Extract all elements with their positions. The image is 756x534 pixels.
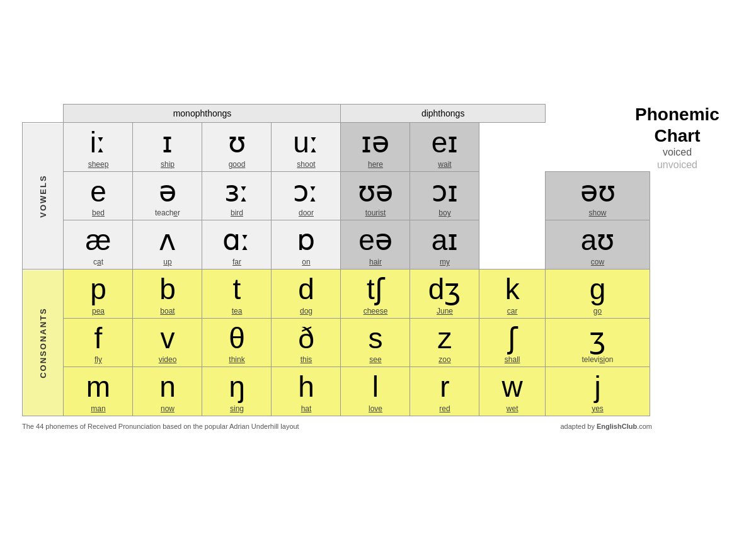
- phoneme-cell-ei: eɪ wait: [410, 123, 479, 172]
- symbol-ae: æ: [65, 224, 131, 256]
- symbol-u: uː: [273, 127, 339, 159]
- word-wait: wait: [411, 160, 478, 169]
- phoneme-cell-n: n now: [133, 367, 202, 416]
- symbol-z: z: [411, 322, 478, 355]
- main-container: Phonemic Chart voiced unvoiced monophtho…: [22, 104, 734, 430]
- symbol-d: d: [273, 273, 339, 305]
- word-pea: pea: [65, 307, 131, 315]
- phoneme-cell-schwa: ə teacher: [133, 171, 202, 220]
- phoneme-cell-l: l love: [341, 367, 410, 416]
- symbol-ng: ŋ: [203, 371, 270, 403]
- word-love: love: [342, 404, 408, 413]
- footer: The 44 phonemes of Received Pronunciatio…: [22, 423, 652, 430]
- phoneme-cell-ai: aɪ my: [410, 220, 479, 270]
- word-sheep: sheep: [65, 160, 131, 169]
- phoneme-cell-on: ɒ on: [272, 220, 341, 270]
- word-good: good: [203, 160, 270, 169]
- word-on: on: [273, 258, 339, 266]
- englishclub-brand: EnglishClub: [597, 423, 637, 430]
- symbol-ar: ɑː: [203, 224, 270, 256]
- symbol-ei: eɪ: [411, 127, 478, 159]
- symbol-zh: ʒ: [547, 322, 648, 355]
- symbol-ai: aɪ: [411, 224, 478, 256]
- symbol-j: j: [547, 371, 648, 403]
- symbol-on: ɒ: [273, 224, 339, 256]
- symbol-h: h: [273, 371, 339, 403]
- symbol-g: g: [547, 273, 648, 305]
- phoneme-cell-u: uː shoot: [272, 123, 341, 172]
- symbol-th: θ: [203, 322, 270, 355]
- phoneme-cell-or: ɔː door: [272, 171, 341, 220]
- symbol-uu: ʊ: [203, 127, 270, 159]
- voiced-label: voiced: [621, 146, 734, 158]
- symbol-up: ʌ: [134, 224, 200, 256]
- word-bed: bed: [65, 208, 131, 217]
- symbol-p: p: [65, 273, 131, 305]
- phoneme-cell-r: r red: [410, 367, 479, 416]
- symbol-s: s: [342, 322, 408, 355]
- phoneme-cell-f: f fly: [64, 318, 133, 367]
- phoneme-cell-h: h hat: [272, 367, 341, 416]
- symbol-l: l: [342, 371, 408, 403]
- word-cow: cow: [547, 258, 648, 266]
- phoneme-cell-m: m man: [64, 367, 133, 416]
- symbol-m: m: [65, 371, 131, 403]
- symbol-dzh: dʒ: [411, 273, 478, 305]
- symbol-r: r: [411, 371, 478, 403]
- diphthongs-header: diphthongs: [341, 105, 545, 123]
- symbol-n: n: [134, 371, 200, 403]
- phoneme-cell-e: e bed: [64, 171, 133, 220]
- phoneme-cell-ie: ɪə here: [341, 123, 410, 172]
- phoneme-cell-g: g go: [545, 270, 650, 319]
- word-here: here: [342, 160, 408, 169]
- word-hat: hat: [273, 404, 339, 413]
- word-my: my: [411, 258, 478, 266]
- phoneme-cell-dzh: dʒ June: [410, 270, 479, 319]
- word-bird: bird: [203, 208, 270, 217]
- word-television: television: [547, 355, 648, 364]
- word-wet: wet: [481, 404, 543, 413]
- symbol-f: f: [65, 322, 131, 355]
- phoneme-cell-p: p pea: [64, 270, 133, 319]
- phoneme-cell-ng: ŋ sing: [202, 367, 272, 416]
- word-fly: fly: [65, 355, 131, 364]
- phoneme-cell-up: ʌ up: [133, 220, 202, 270]
- phoneme-cell-j: j yes: [545, 367, 650, 416]
- unvoiced-label: unvoiced: [621, 159, 734, 171]
- phoneme-cell-d: d dog: [272, 270, 341, 319]
- symbol-dh: ð: [273, 322, 339, 355]
- symbol-eu: əʊ: [547, 176, 648, 208]
- symbol-oi: ɔɪ: [411, 176, 478, 208]
- chart-title: Phonemic Chart: [621, 104, 734, 146]
- vowels-section-label: VOWELS: [23, 123, 64, 270]
- phoneme-cell-t: t tea: [202, 270, 272, 319]
- word-man: man: [65, 404, 131, 413]
- phoneme-cell-eu: əʊ show: [545, 171, 650, 220]
- word-shall: shall: [481, 355, 543, 364]
- symbol-schwa: ə: [134, 176, 200, 208]
- word-now: now: [134, 404, 200, 413]
- phoneme-cell-sh: ʃ shall: [479, 318, 545, 367]
- phoneme-cell-i: ɪ ship: [133, 123, 202, 172]
- symbol-k: k: [481, 273, 543, 305]
- symbol-ii: iː: [65, 127, 131, 159]
- word-zoo: zoo: [411, 355, 478, 364]
- symbol-w: w: [481, 371, 543, 403]
- footer-note-text: The 44 phonemes of Received Pronunciatio…: [22, 423, 299, 430]
- word-this: this: [273, 355, 339, 364]
- symbol-b: b: [134, 273, 200, 305]
- symbol-ue: ʊə: [342, 176, 408, 208]
- symbol-er: ɜː: [203, 176, 270, 208]
- phoneme-cell-w: w wet: [479, 367, 545, 416]
- word-video: video: [134, 355, 200, 364]
- phoneme-cell-er: ɜː bird: [202, 171, 272, 220]
- phoneme-cell-oi: ɔɪ boy: [410, 171, 479, 220]
- phoneme-cell-b: b boat: [133, 270, 202, 319]
- phoneme-cell-zh: ʒ television: [545, 318, 650, 367]
- phoneme-cell-v: v video: [133, 318, 202, 367]
- word-go: go: [547, 307, 648, 315]
- monophthongs-header: monophthongs: [64, 105, 341, 123]
- phoneme-cell-z: z zoo: [410, 318, 479, 367]
- word-yes: yes: [547, 404, 648, 413]
- symbol-sh: ʃ: [481, 322, 543, 355]
